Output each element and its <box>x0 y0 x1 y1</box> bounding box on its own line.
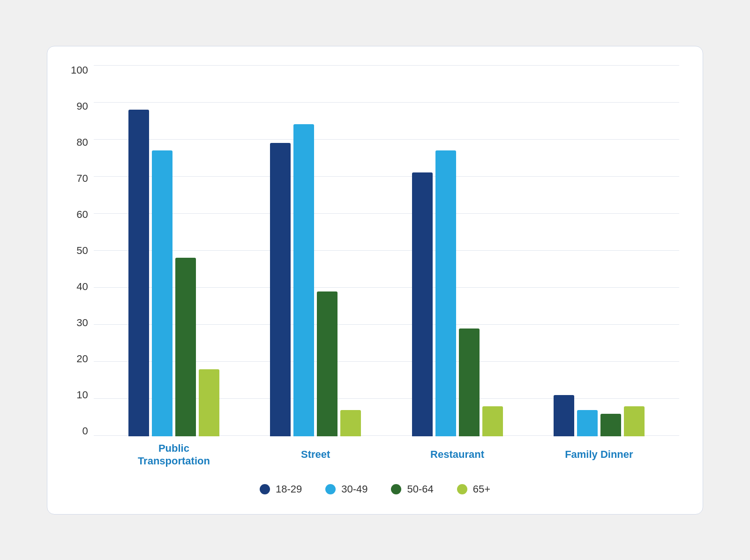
bar <box>199 369 219 436</box>
bar <box>459 329 480 436</box>
bar-wrapper <box>270 65 291 436</box>
y-axis-label: 0 <box>82 426 88 436</box>
y-axis-label: 70 <box>76 173 88 184</box>
bar <box>175 258 196 436</box>
legend-dot <box>391 484 401 494</box>
x-labels-row: PublicTransportationStreetRestaurantFami… <box>94 436 679 474</box>
category-group <box>528 65 670 436</box>
y-axis-label: 20 <box>76 354 88 364</box>
y-axis-label: 60 <box>76 209 88 220</box>
y-axis-label: 90 <box>76 101 88 112</box>
x-label-cell: Street <box>245 436 386 474</box>
legend-label: 18-29 <box>276 483 302 495</box>
bar-wrapper <box>624 65 645 436</box>
legend-item: 30-49 <box>325 483 368 495</box>
bar <box>577 410 598 436</box>
y-axis-label: 30 <box>76 318 88 328</box>
bar <box>340 410 361 436</box>
category-group <box>103 65 245 436</box>
legend-item: 65+ <box>457 483 490 495</box>
bar <box>435 150 456 436</box>
bar-wrapper <box>152 65 172 436</box>
legend-dot <box>457 484 467 494</box>
legend-item: 18-29 <box>260 483 302 495</box>
legend-label: 30-49 <box>341 483 368 495</box>
x-axis-label: PublicTransportation <box>138 442 210 467</box>
legend-label: 65+ <box>473 483 490 495</box>
bar-wrapper <box>412 65 433 436</box>
legend-label: 50-64 <box>407 483 433 495</box>
y-axis-label: 80 <box>76 137 88 148</box>
bar-wrapper <box>317 65 338 436</box>
bar-wrapper <box>435 65 456 436</box>
y-axis-label: 40 <box>76 282 88 292</box>
bar-wrapper <box>482 65 503 436</box>
legend-dot <box>260 484 270 494</box>
bar-wrapper <box>340 65 361 436</box>
bar <box>152 150 172 436</box>
bar-wrapper <box>199 65 219 436</box>
chart-area: 1009080706050403020100 PublicTransportat… <box>71 65 679 500</box>
bar-wrapper <box>554 65 574 436</box>
bar-wrapper <box>175 65 196 436</box>
chart-card: 1009080706050403020100 PublicTransportat… <box>47 46 703 515</box>
bar-wrapper <box>600 65 621 436</box>
y-axis-label: 10 <box>76 390 88 400</box>
bar-wrapper <box>577 65 598 436</box>
y-axis-label: 100 <box>71 65 88 75</box>
chart-body: PublicTransportationStreetRestaurantFami… <box>94 65 679 474</box>
legend: 18-2930-4950-6465+ <box>71 474 679 500</box>
bar-wrapper <box>293 65 314 436</box>
x-label-cell: Restaurant <box>386 436 528 474</box>
grid-and-bars: PublicTransportationStreetRestaurantFami… <box>94 65 679 474</box>
category-group <box>386 65 528 436</box>
y-axis: 1009080706050403020100 <box>71 65 94 474</box>
bar <box>317 291 338 436</box>
bar <box>482 406 503 436</box>
bar <box>128 110 149 436</box>
bar <box>412 172 433 436</box>
x-axis-label: Restaurant <box>430 448 484 461</box>
bar <box>270 143 291 436</box>
legend-dot <box>325 484 336 494</box>
x-axis-label: Street <box>301 448 330 461</box>
x-label-cell: Family Dinner <box>528 436 670 474</box>
x-label-cell: PublicTransportation <box>103 436 245 474</box>
bar <box>600 414 621 436</box>
bars-row <box>94 65 679 436</box>
chart-container: 1009080706050403020100 PublicTransportat… <box>71 65 679 474</box>
category-group <box>245 65 386 436</box>
bar <box>624 406 645 436</box>
x-axis-label: Family Dinner <box>565 448 633 461</box>
legend-item: 50-64 <box>391 483 433 495</box>
y-axis-label: 50 <box>76 246 88 256</box>
bar <box>554 395 574 436</box>
bar <box>293 124 314 436</box>
bar-wrapper <box>128 65 149 436</box>
bar-wrapper <box>459 65 480 436</box>
